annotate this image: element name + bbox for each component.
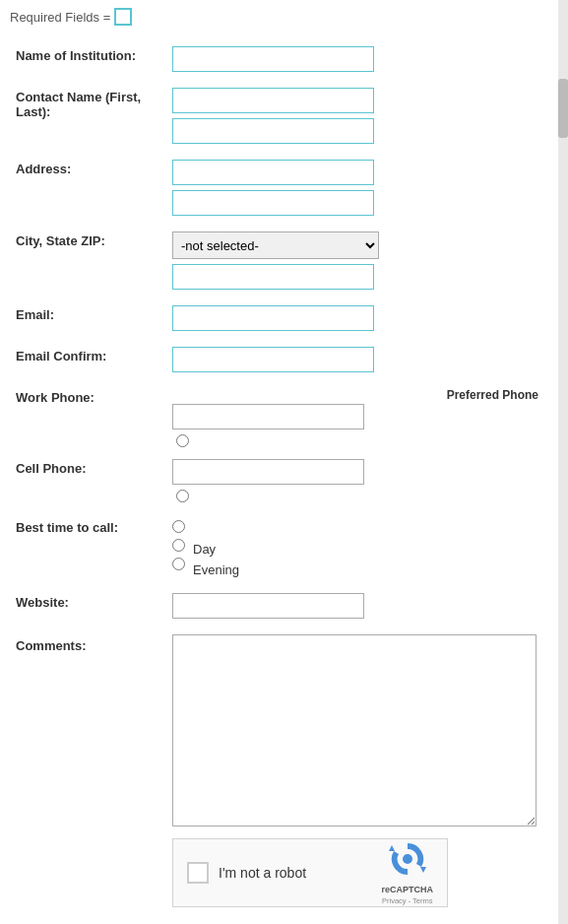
- website-row: Website:: [10, 586, 558, 622]
- scrollbar-track[interactable]: [558, 0, 568, 924]
- recaptcha-right: reCAPTCHA Privacy - Terms: [381, 840, 433, 905]
- best-time-controls: Day Evening: [172, 514, 558, 577]
- svg-point-0: [403, 854, 412, 864]
- recaptcha-svg: [389, 840, 426, 878]
- best-time-evening-radio[interactable]: [172, 558, 185, 570]
- contact-first-input[interactable]: [172, 88, 374, 113]
- work-phone-label: Work Phone:: [10, 384, 172, 405]
- email-controls: [172, 301, 558, 331]
- contact-name-inputs: [172, 88, 558, 144]
- recaptcha-sub-label: Privacy - Terms: [382, 896, 433, 905]
- required-legend-text: Required Fields =: [10, 10, 110, 25]
- contact-name-controls: [172, 84, 558, 144]
- contact-name-row: Contact Name (First, Last):: [10, 81, 558, 147]
- email-row: Email:: [10, 298, 558, 334]
- comments-textarea[interactable]: [172, 634, 536, 826]
- cell-phone-label: Cell Phone:: [10, 455, 172, 476]
- address-row: Address:: [10, 153, 558, 219]
- institution-input[interactable]: [172, 46, 374, 72]
- state-select[interactable]: -not selected- Alabama Alaska Arizona: [172, 231, 379, 259]
- recaptcha-checkbox[interactable]: [187, 862, 209, 884]
- work-phone-with-radio: [172, 404, 558, 447]
- best-time-day-radio[interactable]: [172, 539, 185, 552]
- recaptcha-logo-icon: [389, 840, 426, 883]
- address-inputs: [172, 160, 558, 216]
- work-phone-radio[interactable]: [176, 434, 189, 447]
- city-state-zip-controls: -not selected- Alabama Alaska Arizona: [172, 228, 558, 290]
- contact-name-label: Contact Name (First, Last):: [10, 84, 172, 119]
- cell-phone-row: Cell Phone:: [10, 452, 558, 505]
- city-state-zip-inputs: -not selected- Alabama Alaska Arizona: [172, 231, 558, 290]
- scrollbar-thumb[interactable]: [558, 79, 568, 138]
- email-confirm-input[interactable]: [172, 347, 374, 372]
- work-phone-row: Work Phone: Preferred Phone: [10, 381, 558, 450]
- preferred-phone-label: Preferred Phone: [172, 388, 558, 402]
- best-time-row: Best time to call: Day Evening: [10, 511, 558, 580]
- institution-controls: [172, 42, 558, 72]
- required-legend: Required Fields =: [10, 8, 558, 26]
- cell-phone-input[interactable]: [172, 459, 364, 485]
- svg-marker-1: [420, 867, 426, 873]
- svg-marker-2: [389, 845, 395, 851]
- cell-phone-radio[interactable]: [176, 490, 189, 502]
- comments-controls: [172, 630, 558, 829]
- comments-row: Comments:: [10, 627, 558, 832]
- best-time-day-label: Day: [193, 542, 239, 557]
- recaptcha-label: I'm not a robot: [219, 865, 306, 881]
- email-confirm-controls: [172, 343, 558, 372]
- email-input[interactable]: [172, 305, 374, 331]
- email-confirm-row: Email Confirm:: [10, 340, 558, 375]
- zip-input[interactable]: [172, 264, 374, 290]
- best-time-evening-label: Evening: [193, 562, 239, 577]
- cell-phone-controls: [172, 455, 558, 502]
- city-state-zip-row: City, State ZIP: -not selected- Alabama …: [10, 225, 558, 293]
- website-input[interactable]: [172, 593, 364, 619]
- address-label: Address:: [10, 156, 172, 176]
- address-controls: [172, 156, 558, 216]
- website-controls: [172, 589, 558, 619]
- city-state-zip-label: City, State ZIP:: [10, 228, 172, 248]
- work-phone-input[interactable]: [172, 404, 364, 429]
- recaptcha-brand-label: reCAPTCHA: [381, 885, 433, 894]
- address-line1-input[interactable]: [172, 160, 374, 185]
- recaptcha-left: I'm not a robot: [187, 862, 306, 884]
- website-label: Website:: [10, 589, 172, 610]
- cell-phone-with-radio: [172, 459, 558, 502]
- institution-label: Name of Institution:: [10, 42, 172, 63]
- best-time-morning-radio[interactable]: [172, 520, 185, 533]
- contact-last-input[interactable]: [172, 118, 374, 144]
- required-field-box: [114, 8, 132, 26]
- work-phone-controls: Preferred Phone: [172, 384, 558, 447]
- institution-row: Name of Institution:: [10, 39, 558, 75]
- email-confirm-label: Email Confirm:: [10, 343, 172, 363]
- recaptcha-widget: I'm not a robot reCAPTCHA Privacy - Term…: [172, 838, 448, 907]
- address-line2-input[interactable]: [172, 190, 374, 216]
- comments-label: Comments:: [10, 630, 172, 653]
- email-label: Email:: [10, 301, 172, 322]
- best-time-label: Best time to call:: [10, 514, 172, 535]
